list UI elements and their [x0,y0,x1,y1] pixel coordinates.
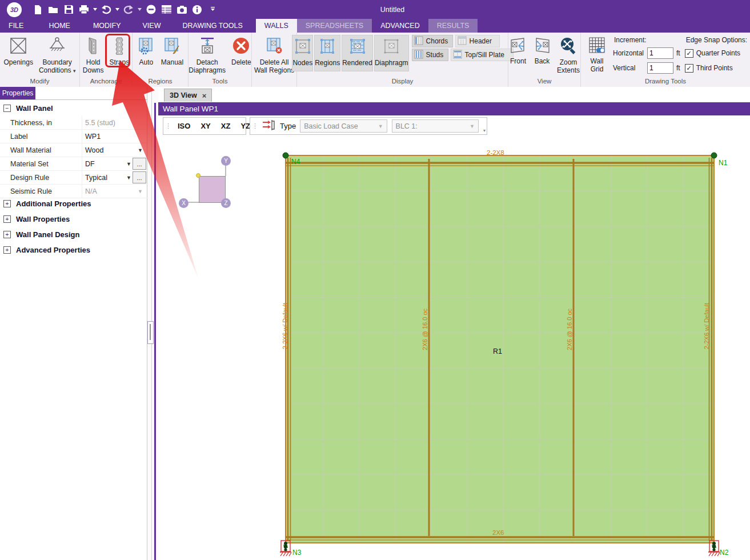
detach-diaphragms-button[interactable]: Detach Diaphragms [186,35,228,76]
open-folder-icon[interactable] [46,3,60,17]
edge-snap-options-label: Edge Snap Options: [686,36,747,44]
expand-icon[interactable]: + [3,246,11,254]
manual-regions-button[interactable]: Manual [158,35,186,69]
tab-drawing-tools[interactable]: DRAWING TOOLS [174,19,251,33]
zoom-extents-button[interactable]: Zoom Extents [554,35,583,76]
design-rule-more-button[interactable]: ... [133,171,146,183]
info-icon[interactable] [190,3,204,17]
solve-minus-icon[interactable] [144,3,158,17]
horizontal-increment-input[interactable] [647,47,673,59]
view-direction-toolbar: ⋮ ISO XY XZ YZ ▾ [163,117,246,135]
load-case-type-select[interactable]: Basic Load Case ▼ [300,119,387,133]
delete-button[interactable]: Delete [228,35,254,69]
wall-material-value[interactable]: Wood [85,146,103,154]
wall-panel-section-header[interactable]: − Wall Panel [0,104,53,113]
tab-view[interactable]: VIEW [134,19,170,33]
header-toggle[interactable]: Header [455,35,500,47]
wall-panel-design-title: Wall Panel Design [16,230,80,239]
rendered-toggle[interactable]: Rendered [342,35,373,71]
section-wall-properties[interactable]: + Wall Properties [0,215,70,223]
tab-file[interactable]: FILE [0,19,32,33]
undo-dropdown-caret[interactable] [115,3,120,17]
material-set-more-button[interactable]: ... [133,158,146,170]
redo-dropdown-caret[interactable] [137,3,142,17]
expand-icon[interactable]: + [3,200,11,207]
left-chord-label: 2-2X6 w/ Default [282,303,288,349]
model-canvas[interactable]: Y X Z [158,137,750,560]
node-label-n1: N1 [719,159,727,167]
rendered-toggle-label: Rendered [342,59,372,67]
spreadsheet-icon[interactable] [159,3,173,17]
toolbar-drag-handle[interactable]: ⋮ [252,122,257,130]
ribbon-group-tools: Detach Diaphragms Delete Tools [188,33,252,87]
xy-view-button[interactable]: XY [195,122,215,130]
toolbar-drag-handle[interactable]: ⋮ [165,122,170,130]
straps-button[interactable]: Straps [107,35,133,69]
ribbon-group-regions: Auto Manual Regions [133,33,188,87]
thickness-value: 5.5 (stud) [85,119,115,127]
header-label: Header [470,37,492,45]
group-label-tools: Tools [188,78,251,87]
material-set-value[interactable]: DF [85,160,95,168]
top-sill-plate-toggle[interactable]: Top/Sill Plate [451,49,514,61]
splitter-grip[interactable] [147,321,154,344]
horizontal-label: Horizontal [613,49,647,57]
panel-splitter[interactable] [147,87,158,560]
tab-modify[interactable]: MODIFY [85,19,130,33]
collapse-icon[interactable]: − [3,105,11,112]
label-value[interactable]: WP1 [85,133,101,141]
view-tab-3d[interactable]: 3D View × [164,89,212,102]
stud-label-1: 2X6 @ 16.0 oc [422,309,428,350]
new-file-icon[interactable] [31,3,45,17]
nodes-toggle[interactable]: Nodes [292,35,313,71]
expand-icon[interactable]: + [3,231,11,238]
regions-toggle[interactable]: Regions [314,35,340,71]
section-wall-panel-design[interactable]: + Wall Panel Design [0,230,80,239]
property-row-material-set: Material Set DF ▼ ... [0,157,147,171]
openings-button[interactable]: Openings [1,35,36,69]
toolbar-overflow-icon[interactable] [206,3,219,17]
vertical-increment-input[interactable] [647,62,673,74]
design-rule-dropdown-caret[interactable]: ▼ [126,175,131,181]
undo-icon[interactable] [99,3,113,17]
wall-material-dropdown-caret[interactable]: ▼ [138,147,143,153]
iso-view-button[interactable]: ISO [173,122,195,130]
chords-label: Chords [426,37,448,45]
tab-advanced[interactable]: ADVANCED [372,19,428,33]
zoom-extents-label: Zoom [560,59,577,67]
delete-all-wall-regions-button[interactable]: Delete All Wall Regions [251,35,297,76]
close-tab-icon[interactable]: × [202,91,207,100]
boundary-conditions-button[interactable]: Boundary Conditions ▾ [36,35,79,76]
tab-results[interactable]: RESULTS [428,19,478,33]
toolbar-overflow-caret[interactable]: ▾ [483,128,486,133]
properties-tab[interactable]: Properties [0,87,35,99]
xz-view-button[interactable]: XZ [216,122,236,130]
print-dropdown-caret[interactable] [93,3,98,17]
chords-toggle[interactable]: Chords [412,35,453,47]
third-points-label: Third Points [696,64,733,72]
tab-walls[interactable]: WALLS [256,19,297,33]
studs-toggle[interactable]: Studs [412,49,448,61]
material-set-dropdown-caret[interactable]: ▼ [126,161,131,167]
print-icon[interactable] [77,3,91,17]
tab-spreadsheets[interactable]: SPREADSHEETS [297,19,372,33]
hold-downs-button[interactable]: Hold Downs [80,35,107,76]
auto-regions-button[interactable]: Auto [134,35,158,69]
wall-grid-toggle[interactable]: Wall Grid [585,35,608,75]
quarter-points-checkbox[interactable]: ✓ [685,49,693,58]
save-icon[interactable] [62,3,75,17]
front-button[interactable]: Front [506,35,530,67]
redo-icon[interactable] [122,3,135,17]
section-additional-properties[interactable]: + Additional Properties [0,199,91,208]
wall-grid-icon [588,37,605,56]
design-rule-value[interactable]: Typical [85,174,107,182]
horizontal-unit: ft [676,49,680,57]
blc-select[interactable]: BLC 1: ▼ [392,119,479,133]
third-points-checkbox[interactable]: ✓ [685,64,693,73]
camera-icon[interactable] [175,3,188,17]
back-button[interactable]: Back [530,35,554,67]
tab-home[interactable]: HOME [40,19,79,33]
section-advanced-properties[interactable]: + Advanced Properties [0,246,90,254]
diaphragm-toggle[interactable]: Diaphragm [374,35,409,71]
expand-icon[interactable]: + [3,215,11,223]
